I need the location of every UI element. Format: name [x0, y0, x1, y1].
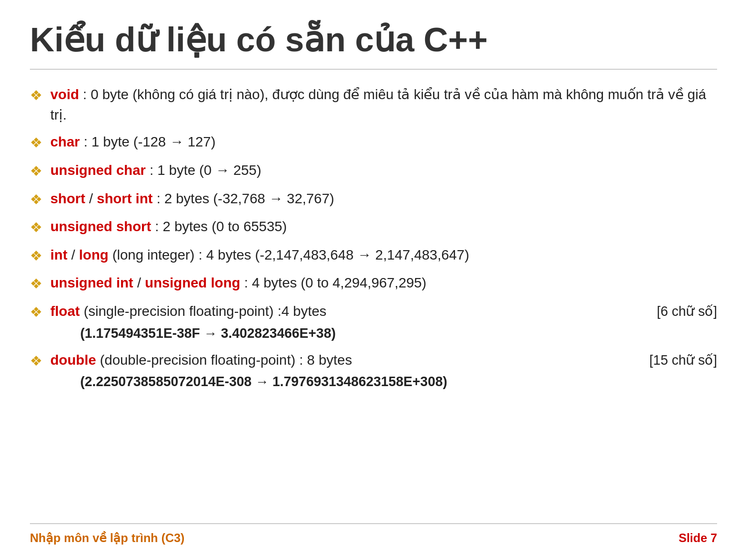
list-item: ❖ double (double-precision floating-poin…: [30, 350, 717, 392]
footer: Nhập môn về lập trình (C3) Slide 7: [30, 523, 717, 545]
keyword-unsigned-char: unsigned char: [50, 162, 146, 178]
bullet-content-unsigned-short: unsigned short : 2 bytes (0 to 65535): [50, 217, 717, 237]
list-item: ❖ char : 1 byte (-128 → 127): [30, 132, 717, 153]
double-main-text: double (double-precision floating-point)…: [50, 350, 352, 371]
text-void: : 0 byte (không có giá trị nào), được dù…: [50, 87, 706, 123]
keyword-unsigned-int: unsigned int: [50, 275, 133, 290]
content-section: ❖ void : 0 byte (không có giá trị nào), …: [30, 85, 717, 523]
bullet-content-int: int / long (long integer) : 4 bytes (-2,…: [50, 245, 717, 266]
separator-int: /: [71, 247, 79, 263]
text-unsigned-char: : 1 byte (0 → 255): [149, 162, 261, 178]
bullet-content-void: void : 0 byte (không có giá trị nào), đư…: [50, 85, 717, 125]
list-item: ❖ unsigned char : 1 byte (0 → 255): [30, 160, 717, 182]
bullet-content-double: double (double-precision floating-point)…: [50, 350, 717, 392]
footer-right: Slide 7: [679, 531, 717, 545]
bullet-diamond: ❖: [30, 86, 42, 106]
text-int: (long integer) : 4 bytes (-2,147,483,648…: [112, 247, 469, 263]
bullet-diamond: ❖: [30, 190, 42, 210]
text-unsigned-int: : 4 bytes (0 to 4,294,967,295): [244, 275, 427, 290]
keyword-void: void: [50, 87, 79, 102]
title-section: Kiểu dữ liệu có sẵn của C++: [30, 20, 717, 70]
list-item: ❖ short / short int : 2 bytes (-32,768 →…: [30, 189, 717, 210]
text-char: : 1 byte (-128 → 127): [84, 134, 216, 149]
list-item: ❖ int / long (long integer) : 4 bytes (-…: [30, 245, 717, 267]
slide-title: Kiểu dữ liệu có sẵn của C++: [30, 20, 717, 59]
separator-unsigned-int: /: [137, 275, 145, 290]
bullet-diamond: ❖: [30, 302, 42, 323]
slide-container: Kiểu dữ liệu có sẵn của C++ ❖ void : 0 b…: [0, 0, 747, 560]
keyword-short: short: [50, 191, 85, 206]
keyword-float: float: [50, 303, 80, 319]
list-item: ❖ unsigned int / unsigned long : 4 bytes…: [30, 273, 717, 294]
bullet-content-char: char : 1 byte (-128 → 127): [50, 132, 717, 152]
list-item: ❖ void : 0 byte (không có giá trị nào), …: [30, 85, 717, 125]
keyword-char: char: [50, 134, 80, 149]
bullet-diamond: ❖: [30, 351, 42, 372]
bullet-diamond: ❖: [30, 133, 42, 153]
float-bracket: [6 chữ số]: [657, 302, 717, 321]
bullet-diamond: ❖: [30, 246, 42, 267]
separator-short: /: [89, 191, 97, 206]
bullet-content-float: float (single-precision floating-point) …: [50, 301, 717, 343]
float-main-text: float (single-precision floating-point) …: [50, 301, 326, 322]
bullet-content-short: short / short int : 2 bytes (-32,768 → 3…: [50, 189, 717, 209]
float-sub-text: (1.175494351E-38F → 3.402823466E+38): [50, 324, 717, 343]
list-item: ❖ unsigned short : 2 bytes (0 to 65535): [30, 217, 717, 238]
bullet-diamond: ❖: [30, 274, 42, 294]
bullet-content-unsigned-char: unsigned char : 1 byte (0 → 255): [50, 160, 717, 181]
bullet-diamond: ❖: [30, 218, 42, 238]
keyword-int: int: [50, 247, 67, 263]
keyword-unsigned-long: unsigned long: [145, 275, 240, 290]
list-item: ❖ float (single-precision floating-point…: [30, 301, 717, 343]
footer-left: Nhập môn về lập trình (C3): [30, 531, 184, 545]
text-unsigned-short: : 2 bytes (0 to 65535): [155, 219, 287, 234]
keyword-double: double: [50, 352, 96, 368]
text-short: : 2 bytes (-32,768 → 32,767): [156, 191, 334, 206]
double-main-line: double (double-precision floating-point)…: [50, 350, 717, 371]
double-sub-text: (2.2250738585072014E-308 → 1.79769313486…: [50, 372, 717, 392]
keyword-short-int: short int: [97, 191, 152, 206]
double-bracket: [15 chữ số]: [649, 351, 717, 370]
bullet-content-unsigned-int: unsigned int / unsigned long : 4 bytes (…: [50, 273, 717, 293]
keyword-unsigned-short: unsigned short: [50, 219, 151, 234]
keyword-long: long: [79, 247, 109, 263]
float-main-line: float (single-precision floating-point) …: [50, 301, 717, 322]
bullet-diamond: ❖: [30, 161, 42, 182]
